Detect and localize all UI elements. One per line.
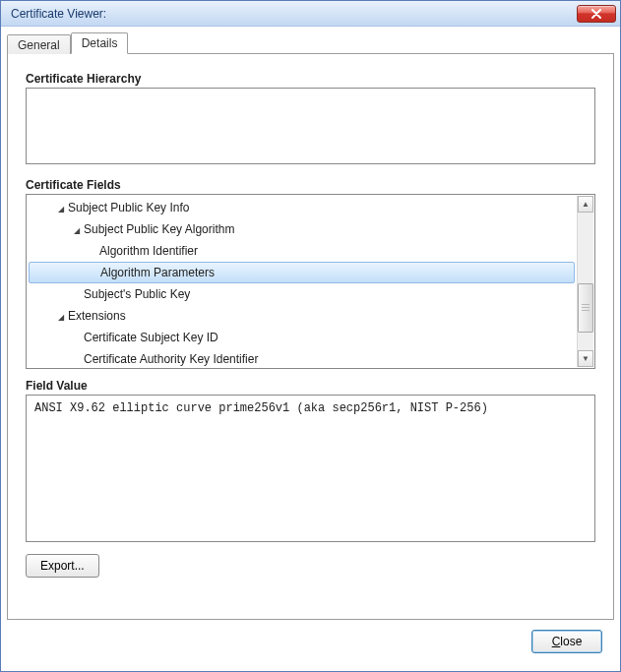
fields-scrollbar[interactable]: ▲ ▼	[577, 196, 593, 367]
tree-row-label: Extensions	[68, 309, 126, 323]
tab-strip: General Details	[7, 32, 614, 54]
certificate-fields-tree[interactable]: ◢Subject Public Key Info◢Subject Public …	[26, 194, 595, 369]
scroll-up-button[interactable]: ▲	[578, 196, 593, 213]
tree-row[interactable]: Algorithm Identifier	[29, 240, 575, 262]
tab-general[interactable]: General	[7, 34, 71, 54]
window-close-button[interactable]	[577, 5, 616, 23]
collapse-icon[interactable]: ◢	[72, 220, 82, 242]
content-area: General Details Certificate Hierarchy Ce…	[1, 27, 620, 671]
tree-row-label: Subject's Public Key	[84, 287, 190, 301]
tree-row-label: Certificate Authority Key Identifier	[84, 352, 258, 366]
collapse-icon[interactable]: ◢	[56, 307, 66, 329]
close-button-suffix: lose	[560, 635, 582, 648]
tree-row[interactable]: Subject's Public Key	[29, 283, 575, 305]
scroll-down-button[interactable]: ▼	[578, 350, 593, 367]
export-button[interactable]: Export...	[26, 554, 99, 578]
tree-row[interactable]: Certificate Authority Key Identifier	[29, 348, 575, 369]
close-icon	[591, 9, 601, 19]
fields-label: Certificate Fields	[26, 178, 595, 192]
tree-row-label: Subject Public Key Info	[68, 201, 189, 214]
tree-row-label: Algorithm Identifier	[99, 244, 198, 258]
scroll-thumb[interactable]	[578, 283, 593, 333]
tree-row[interactable]: ◢Subject Public Key Info	[29, 197, 575, 218]
hierarchy-label: Certificate Hierarchy	[26, 72, 595, 86]
collapse-icon[interactable]: ◢	[56, 199, 66, 220]
value-label: Field Value	[26, 379, 595, 393]
scroll-track[interactable]	[578, 213, 593, 350]
tree-row-label: Subject Public Key Algorithm	[84, 222, 234, 236]
tab-details[interactable]: Details	[71, 32, 129, 54]
window-title: Certificate Viewer:	[11, 7, 106, 21]
tree-row-label: Certificate Subject Key ID	[84, 331, 218, 344]
certificate-viewer-window: Certificate Viewer: General Details Cert…	[0, 0, 621, 672]
tree-row[interactable]: ◢Extensions	[29, 305, 575, 327]
certificate-hierarchy-tree[interactable]	[26, 88, 595, 164]
tree-row[interactable]: ◢Subject Public Key Algorithm	[29, 218, 575, 240]
close-button[interactable]: Close	[531, 630, 602, 653]
dialog-footer: Close	[7, 620, 614, 665]
field-value-box[interactable]: ANSI X9.62 elliptic curve prime256v1 (ak…	[26, 395, 595, 542]
titlebar[interactable]: Certificate Viewer:	[1, 1, 620, 27]
tree-row[interactable]: Algorithm Parameters	[29, 262, 575, 283]
tab-panel-details: Certificate Hierarchy Certificate Fields…	[7, 53, 614, 620]
tree-row[interactable]: Certificate Subject Key ID	[29, 327, 575, 348]
tree-row-label: Algorithm Parameters	[100, 266, 215, 279]
